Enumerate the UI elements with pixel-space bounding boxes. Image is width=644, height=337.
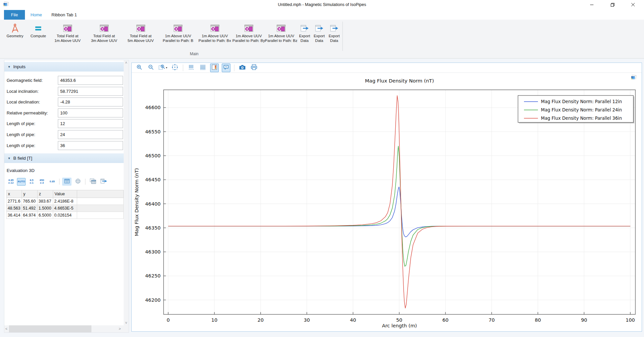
settings-sidebar: ▼ Inputs Geomagnetic field:Local inclina…: [4, 60, 129, 333]
scroll-up-icon[interactable]: ˄︎: [125, 60, 127, 65]
legend-entry-label: Mag Flux Density Norm: Parallel 36in: [541, 116, 622, 121]
chevron-down-icon[interactable]: ▾: [166, 66, 167, 69]
sphere-view-button[interactable]: [73, 178, 82, 186]
toolbar-separator: [85, 179, 85, 185]
ribbon-button-1m-above-uuv-parallel-to-path-by[interactable]: 1m Above UUVParallel to Path: By: [232, 21, 265, 50]
y-tick-label: 46200: [145, 297, 161, 303]
field-input-relative-permeability-3[interactable]: [58, 108, 123, 117]
ribbon-button-export-data-2[interactable]: ExportData: [312, 21, 326, 50]
ribbon-button-1m-above-uuv-parallel-to-path-bx[interactable]: 1m Above UUVParallel to Path: Bx: [197, 21, 232, 50]
table-cell: 765.60: [22, 198, 38, 205]
table-cell: [77, 198, 124, 205]
axis-settings-button[interactable]: [187, 64, 195, 72]
x-tick-label: 10: [211, 317, 218, 323]
minimize-button[interactable]: [584, 0, 599, 9]
plot-svg[interactable]: 0102030405060708090100462004625046300463…: [132, 73, 642, 331]
application-window: Untitled.mph - Magnetic Simulations of I…: [0, 0, 644, 337]
table-view-button[interactable]: [62, 178, 71, 186]
print-button[interactable]: [250, 64, 258, 72]
copy-table-button[interactable]: [88, 178, 97, 186]
table-cell: 36.414: [7, 212, 22, 219]
snapshot-button[interactable]: [238, 64, 247, 72]
precision-8p5e-1-button[interactable]: 8.5e-1: [27, 178, 36, 186]
scrollbar-thumb[interactable]: [9, 325, 91, 332]
field-input-local-inclination-1[interactable]: [58, 87, 123, 96]
toolbar-separator: [234, 65, 234, 71]
table-row[interactable]: 36.41464.9746.50000.026154: [7, 212, 124, 219]
close-button[interactable]: [625, 0, 641, 9]
field-input-local-declination-2[interactable]: [58, 97, 123, 106]
precision-8p85e-12-button[interactable]: 8.85e-12: [7, 178, 15, 186]
zoom-extents-button[interactable]: [171, 64, 179, 72]
chart-legend: Mag Flux Density Norm: Parallel 12inMag …: [518, 95, 634, 123]
table-header-z[interactable]: z: [38, 190, 53, 198]
ribbon-button-total-field-at-1m-above-uuv[interactable]: Total Field at1m Above UUV: [49, 21, 86, 50]
table-cell: 64.974: [22, 212, 38, 219]
table-header-Value[interactable]: Value: [53, 190, 77, 198]
legend-toggle-button[interactable]: [210, 64, 219, 72]
table-header-x[interactable]: x: [7, 190, 22, 198]
table-row[interactable]: 2771.6765.60383.672.4186E-8: [7, 198, 124, 205]
zoom-box-icon: [159, 64, 165, 72]
tooltip-toggle-button[interactable]: [222, 64, 230, 72]
legend-entry-label: Mag Flux Density Norm: Parallel 12in: [541, 99, 622, 104]
printer-icon: [251, 64, 257, 72]
field-input-length-of-pipe-4[interactable]: [58, 119, 123, 128]
ribbon-button-compute[interactable]: Compute: [27, 21, 49, 50]
tab-home[interactable]: Home: [27, 10, 46, 20]
bfield-section-header[interactable]: ▼ B field [T]: [4, 153, 124, 163]
zoom-in-button[interactable]: [135, 64, 144, 72]
zoom-box-button[interactable]: ▾: [158, 64, 168, 72]
ribbon-button-export-data-3[interactable]: ExportData: [326, 21, 342, 50]
precision-850e-3-button[interactable]: 850e-3: [38, 178, 46, 186]
ribbon-button-label: 1m Above UUVParallel to Path: Bz: [265, 34, 298, 43]
table-header-y[interactable]: y: [22, 190, 38, 198]
ribbon-button-export-data-1[interactable]: ExportData: [297, 21, 312, 50]
restore-button[interactable]: [605, 0, 620, 9]
inputs-section-title: Inputs: [13, 64, 26, 69]
field-input-length-of-pipe-5[interactable]: [58, 130, 123, 139]
table-cell: 4.6653E-5: [53, 205, 77, 212]
sidebar-horizontal-scrollbar[interactable]: ˂︎ ˃︎: [4, 325, 124, 332]
scroll-left-icon[interactable]: ˂︎: [5, 326, 7, 331]
chart-canvas[interactable]: 0102030405060708090100462004625046300463…: [132, 73, 642, 331]
scroll-right-icon[interactable]: ˃︎: [119, 326, 121, 331]
tab-file[interactable]: File: [4, 10, 25, 20]
axis-icon: [188, 64, 194, 72]
ribbon-button-label: 1m Above UUVParallel to Path: By: [232, 34, 265, 43]
tab-ribbon-tab-1[interactable]: Ribbon Tab 1: [48, 10, 81, 20]
x-tick-label: 50: [396, 317, 403, 323]
ribbon-button-1m-above-uuv-parallel-to-path-bz[interactable]: 1m Above UUVParallel to Path: Bz: [265, 21, 297, 50]
export-table-icon: [100, 178, 107, 185]
tooltip-icon: [223, 64, 229, 72]
export-table-button[interactable]: [99, 178, 108, 186]
ribbon-button-geometry[interactable]: Geometry: [3, 21, 27, 50]
globe-icon: [75, 178, 81, 185]
window-title: Untitled.mph - Magnetic Simulations of I…: [0, 0, 644, 9]
sidebar-vertical-scrollbar[interactable]: ˄︎ ˅︎: [124, 60, 129, 325]
grid-toggle-button[interactable]: [198, 64, 207, 72]
ribbon: GeometryComputeTotal Field at1m Above UU…: [0, 20, 644, 59]
y-tick-label: 46600: [145, 104, 161, 110]
table-row[interactable]: 48.56351.4921.50004.6653E-5: [7, 205, 124, 212]
field-input-length-of-pipe-6[interactable]: [58, 141, 123, 150]
table-cell: [77, 212, 124, 219]
floating-window-icon[interactable]: [630, 75, 636, 80]
graphics-panel: ▾ 01020304050607080901004620046250463004…: [131, 63, 642, 332]
auto-precision-button[interactable]: AUTO: [17, 178, 26, 186]
ribbon-button-total-field-at-3m-above-uuv[interactable]: Total Field at3m Above UUV: [86, 21, 122, 50]
zoom-out-button[interactable]: [147, 64, 155, 72]
plot-window-icon: [244, 23, 253, 34]
x-tick-label: 20: [258, 317, 264, 323]
table-header-filler: [77, 190, 124, 198]
precision-0p85-button[interactable]: 0.85: [48, 178, 57, 186]
plot-window-icon: [136, 23, 145, 34]
inputs-section-header[interactable]: ▼ Inputs: [4, 62, 124, 72]
copy-table-icon: [90, 178, 96, 185]
ribbon-button-total-field-at-5m-above-uuv[interactable]: Total Field at5m Above UUV: [122, 21, 159, 50]
scroll-down-icon[interactable]: ˅︎: [125, 320, 127, 325]
table-cell: 2.4186E-8: [53, 198, 77, 205]
ribbon-button-1m-above-uuv-parallel-to-path-b[interactable]: 1m Above UUVParallel to Path: B: [159, 21, 197, 50]
y-tick-label: 46350: [145, 225, 161, 231]
field-input-geomagnetic-field-0[interactable]: [58, 76, 123, 85]
